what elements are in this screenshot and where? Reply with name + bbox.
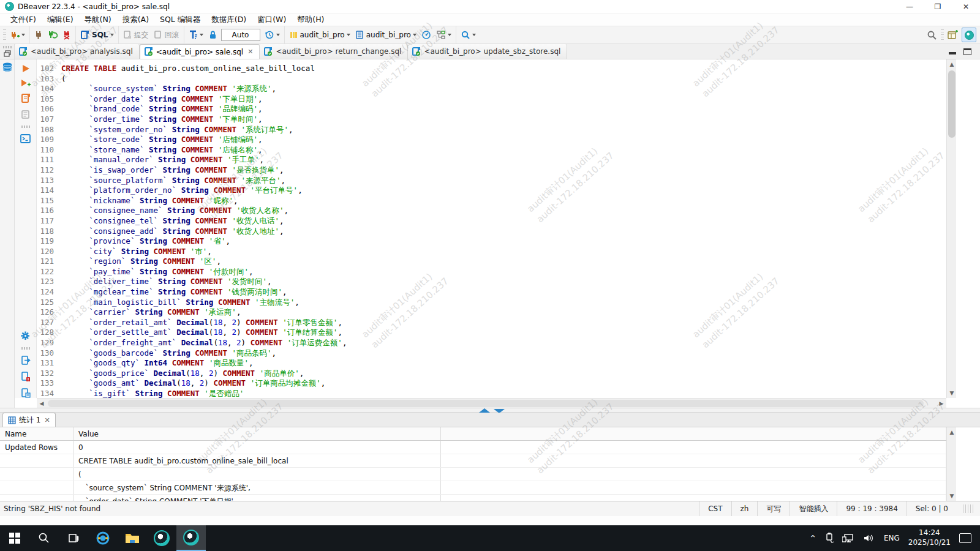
scroll-up-arrow[interactable]: ▲ <box>947 427 957 437</box>
status-segment-3[interactable]: 智能插入 <box>790 501 837 516</box>
code-line-108[interactable]: 108 `system_order_no` String COMMENT '系统… <box>37 125 946 135</box>
close-icon[interactable]: ✕ <box>247 48 253 56</box>
menu-item-1[interactable]: 编辑(E) <box>42 13 79 26</box>
output-log-icon[interactable] <box>21 388 31 398</box>
grid-row-1[interactable]: CREATE TABLE audit_bi_pro.custom_online_… <box>0 454 946 468</box>
status-segment-5[interactable]: Sel: 0 | 0 <box>907 501 957 516</box>
sql-editor-button[interactable]: SQL <box>78 29 116 41</box>
connect-button[interactable] <box>32 29 45 41</box>
internet-explorer-button[interactable] <box>88 525 118 551</box>
execute-script-icon[interactable] <box>21 94 31 103</box>
dbeaver-perspective-button[interactable] <box>962 28 976 42</box>
code-line-131[interactable]: 131 `goods_qty` Int64 COMMENT '商品数量', <box>37 358 946 369</box>
code-line-116[interactable]: 116 `consignee_name` String COMMENT '收货人… <box>37 206 946 216</box>
menu-item-3[interactable]: 搜索(A) <box>117 13 154 26</box>
transaction-mode-button[interactable] <box>187 29 205 41</box>
close-icon[interactable]: ✕ <box>44 416 50 424</box>
sql-code-editor[interactable]: 102CREATE TABLE audit_bi_pro.custom_onli… <box>37 59 946 398</box>
restore-panel-icon[interactable] <box>4 50 11 57</box>
status-segment-2[interactable]: 可写 <box>757 501 790 516</box>
editor-tab-1[interactable]: <audit_bi_pro> sale.sql✕ <box>140 44 260 59</box>
scrollbar-thumb[interactable] <box>48 400 924 407</box>
code-line-117[interactable]: 117 `consignee_tel` String COMMENT '收货人电… <box>37 216 946 227</box>
code-line-114[interactable]: 114 `platform_order_no` String COMMENT '… <box>37 186 946 196</box>
name-cell[interactable] <box>0 481 74 494</box>
menu-item-2[interactable]: 导航(N) <box>79 13 117 26</box>
code-line-134[interactable]: 134 `is_gift` String COMMENT '是否赠品' <box>37 389 946 398</box>
status-segment-1[interactable]: zh <box>731 501 758 516</box>
status-segment-0[interactable]: CST <box>699 501 731 516</box>
name-cell[interactable] <box>0 468 74 481</box>
code-line-109[interactable]: 109 `store_code` String COMMENT '店铺编码', <box>37 135 946 145</box>
dbeaver-taskbar-button-active[interactable] <box>176 525 206 551</box>
file-explorer-button[interactable] <box>118 525 147 551</box>
grid-row-2[interactable]: ( <box>0 468 946 481</box>
code-line-118[interactable]: 118 `consignee_add` String COMMENT '收货人地… <box>37 227 946 237</box>
code-line-130[interactable]: 130 `goods_barcode` String COMMENT '商品条码… <box>37 348 946 359</box>
code-line-120[interactable]: 120 `city` String COMMENT '市', <box>37 247 946 257</box>
save-file-warning-icon[interactable] <box>21 372 31 382</box>
code-line-103[interactable]: 103( <box>37 74 946 84</box>
scroll-right-arrow[interactable]: ▶ <box>937 399 946 408</box>
editor-vertical-scrollbar[interactable]: ▲ ▼ <box>946 59 956 398</box>
settings-gear-icon[interactable] <box>20 331 31 341</box>
menu-item-0[interactable]: 文件(F) <box>5 13 42 26</box>
disconnect-button[interactable] <box>61 29 73 41</box>
lock-icon[interactable] <box>206 29 219 41</box>
menu-item-7[interactable]: 帮助(H) <box>292 13 330 26</box>
code-line-113[interactable]: 113 `source_platform` String COMMENT '来源… <box>37 176 946 186</box>
export-result-icon[interactable] <box>21 356 31 365</box>
schema-selector[interactable]: audit_bi_pro <box>353 29 418 41</box>
new-connection-button[interactable] <box>8 29 27 41</box>
reconnect-button[interactable] <box>46 29 59 41</box>
dashboard-button[interactable] <box>420 29 433 41</box>
find-in-database-button[interactable] <box>459 29 478 41</box>
action-center-icon[interactable] <box>959 533 971 543</box>
speaker-icon[interactable] <box>863 533 875 543</box>
statistics-tab[interactable]: 统计 1 ✕ <box>2 413 56 427</box>
code-line-123[interactable]: 123 `deliver_time` String COMMENT '发货时间'… <box>37 277 946 287</box>
code-line-104[interactable]: 104 `source_system` String COMMENT '来源系统… <box>37 84 946 94</box>
maximize-panel-arrow-icon[interactable] <box>479 408 490 413</box>
panel-sash[interactable] <box>0 408 980 413</box>
open-perspective-button[interactable] <box>946 29 960 41</box>
database-selector[interactable]: audit_bi_pro <box>287 29 352 41</box>
network-icon[interactable] <box>842 533 854 543</box>
window-minimize-button[interactable]: — <box>895 0 924 13</box>
name-cell[interactable]: Updated Rows <box>0 441 74 454</box>
statistics-grid[interactable]: NameValueUpdated Rows0CREATE TABLE audit… <box>0 427 946 501</box>
editor-tab-3[interactable]: <audit_bi_pro> update_sbz_store.sql <box>408 44 567 59</box>
code-line-110[interactable]: 110 `store_name` String COMMENT '店铺名称', <box>37 145 946 156</box>
code-line-125[interactable]: 125 `main_logistic_bill` String COMMENT … <box>37 298 946 308</box>
scrollbar-thumb[interactable] <box>948 70 956 138</box>
value-cell[interactable]: 0 <box>74 441 441 454</box>
editor-tab-0[interactable]: <audit_bi_pro> analysis.sql <box>15 44 140 59</box>
value-cell[interactable]: CREATE TABLE audit_bi_pro.custom_online_… <box>74 454 441 467</box>
code-line-122[interactable]: 122 `pay_time` String COMMENT '付款时间', <box>37 267 946 277</box>
scroll-down-arrow[interactable]: ▼ <box>947 388 957 398</box>
code-line-106[interactable]: 106 `brand_code` String COMMENT '品牌编码', <box>37 104 946 114</box>
sql-console-icon[interactable] <box>20 134 31 143</box>
editor-tab-2[interactable]: <audit_bi_pro> return_change.sql <box>260 44 408 59</box>
code-line-132[interactable]: 132 `goods_price` Decimal(18, 2) COMMENT… <box>37 369 946 379</box>
menu-item-4[interactable]: SQL 编辑器 <box>154 13 206 26</box>
commit-button[interactable]: 提交 <box>121 29 151 42</box>
code-line-112[interactable]: 112 `is_swap_order` String COMMENT '是否换货… <box>37 165 946 176</box>
dbeaver-taskbar-button[interactable] <box>147 525 176 551</box>
code-line-107[interactable]: 107 `order_time` String COMMENT '下单时间', <box>37 114 946 125</box>
taskbar-clock[interactable]: 14:24 2025/10/21 <box>908 528 951 547</box>
window-maximize-button[interactable]: ❐ <box>924 0 952 13</box>
code-line-115[interactable]: 115 `nickname` String COMMENT '昵称', <box>37 196 946 206</box>
execute-new-tab-icon[interactable] <box>21 79 31 88</box>
hidden-icons-chevron[interactable]: ⌃ <box>809 533 816 543</box>
execution-plan-button[interactable] <box>434 29 453 41</box>
usb-device-icon[interactable] <box>825 533 834 544</box>
start-button[interactable] <box>0 525 29 551</box>
value-cell[interactable]: `source_system` String COMMENT '来源系统', <box>74 481 441 494</box>
value-cell[interactable]: ( <box>74 468 441 481</box>
search-icon[interactable] <box>925 29 939 42</box>
code-line-126[interactable]: 126 `carrier` String COMMENT '承运商', <box>37 307 946 318</box>
code-line-127[interactable]: 127 `order_retail_amt` Decimal(18, 2) CO… <box>37 318 946 328</box>
autocommit-combo[interactable]: Auto <box>221 29 260 41</box>
execute-statement-icon[interactable] <box>21 64 30 73</box>
